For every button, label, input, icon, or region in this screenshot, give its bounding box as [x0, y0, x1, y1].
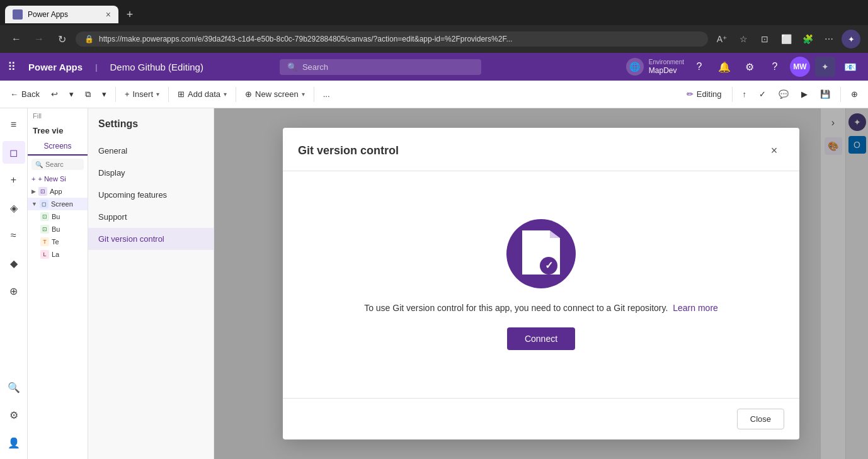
list-item[interactable]: ▼ ◻ Screen [28, 198, 88, 210]
collections-btn[interactable]: ⬜ [777, 30, 795, 48]
panel-power-automate-icon[interactable]: ⊕ [3, 280, 25, 302]
help-community-btn[interactable]: ? [689, 57, 709, 77]
browser-tab[interactable]: Power Apps × [5, 6, 118, 23]
read-mode-btn[interactable]: A⁺ [713, 30, 731, 48]
tree-search-box: 🔍 [31, 159, 84, 170]
modal-body-text: To use Git version control for this app,… [364, 301, 718, 315]
split-view-btn[interactable]: ⊡ [756, 30, 774, 48]
panel-user-icon[interactable]: 👤 [3, 431, 25, 454]
outlook-icon[interactable]: 📧 [840, 57, 860, 77]
toolbar-sep-2 [168, 87, 169, 102]
more-options-button[interactable]: ... [318, 86, 335, 102]
browser-actions: A⁺ ☆ ⊡ ⬜ 🧩 ⋯ ✦ [713, 30, 860, 48]
copilot-browser-btn[interactable]: ✦ [842, 30, 860, 48]
modal-body: ✓ To use Git version control for this ap… [283, 171, 799, 398]
panel-variables-icon[interactable]: ≈ [3, 224, 25, 247]
back-nav-btn[interactable]: ← [8, 30, 25, 48]
new-screen-label: New screen [255, 89, 299, 99]
undo-button[interactable]: ↩ [46, 86, 63, 102]
save-button[interactable]: 💾 [815, 86, 835, 102]
extensions-btn[interactable]: 🧩 [799, 30, 816, 48]
svg-marker-1 [550, 230, 560, 238]
environment-icon: 🌐 [626, 58, 644, 76]
add-data-icon: ⊞ [178, 89, 185, 99]
chevron-down-icon: ▾ [156, 91, 159, 98]
environment-info: Environment MapDev [649, 59, 684, 75]
tree-search-input[interactable] [45, 161, 80, 168]
search-input[interactable] [302, 62, 474, 72]
help-btn[interactable]: ? [765, 57, 785, 77]
list-item[interactable]: ⊡ Bu [28, 210, 88, 223]
check-button[interactable]: ✓ [754, 86, 771, 102]
back-button[interactable]: ← Back [5, 86, 45, 102]
git-document-icon: ✓ [522, 230, 560, 275]
address-bar[interactable]: 🔒 https://make.powerapps.com/e/39da2f43-… [76, 31, 708, 47]
new-screen-plus-icon: + [31, 175, 35, 183]
connect-button[interactable]: Connect [507, 327, 575, 350]
settings-menu-item-display[interactable]: Display [88, 162, 214, 184]
back-label: Back [21, 89, 40, 99]
add-data-button[interactable]: ⊞ Add data ▾ [173, 86, 232, 102]
tree-view-tabs: Screens [28, 138, 88, 156]
toolbar-sep-1 [115, 87, 116, 102]
close-modal-button[interactable]: Close [737, 409, 784, 429]
new-screen-chevron-icon: ▾ [302, 91, 305, 98]
copy-dropdown-btn[interactable]: ▾ [97, 86, 111, 102]
header-search-box[interactable]: 🔍 [280, 59, 481, 75]
modal-title: Git version control [298, 144, 399, 157]
editing-label: Editing [697, 89, 722, 99]
modal-dialog: Git version control × ✓ [283, 128, 799, 439]
panel-layers-icon[interactable]: ◻ [3, 141, 25, 164]
panel-media-icon[interactable]: ◆ [3, 252, 25, 275]
undo-history-btn[interactable]: ▾ [64, 86, 79, 102]
learn-more-link[interactable]: Learn more [673, 303, 718, 313]
editing-section: ✏ Editing [682, 86, 727, 102]
panel-add-icon[interactable]: + [3, 169, 25, 191]
favorites-btn[interactable]: ☆ [734, 30, 752, 48]
modal-header: Git version control × [283, 128, 799, 171]
plus-icon: + [125, 89, 130, 99]
toolbar-sep-4 [314, 87, 314, 102]
list-item[interactable]: ⊡ Bu [28, 223, 88, 235]
button1-icon: ⊡ [40, 212, 49, 221]
settings-menu-item-support[interactable]: Support [88, 206, 214, 228]
waffle-menu-icon[interactable]: ⠿ [8, 60, 16, 74]
list-item[interactable]: T Te [28, 235, 88, 248]
new-screen-button[interactable]: ⊕ New screen ▾ [240, 86, 310, 102]
environment-badge[interactable]: 🌐 Environment MapDev [626, 58, 684, 76]
notifications-btn[interactable]: 🔔 [714, 57, 734, 77]
comment-button[interactable]: 💬 [774, 86, 794, 102]
tab-close-icon[interactable]: × [106, 9, 111, 20]
panel-search-icon[interactable]: 🔍 [3, 376, 25, 399]
avatar[interactable]: MW [790, 57, 810, 77]
screens-tab[interactable]: Screens [28, 138, 88, 156]
play-button[interactable]: ▶ [796, 86, 813, 102]
settings-menu-item-general[interactable]: General [88, 140, 214, 162]
settings-btn[interactable]: ⚙ [740, 57, 760, 77]
environment-name: MapDev [649, 66, 684, 75]
list-item[interactable]: ▶ ⊡ App [28, 185, 88, 198]
new-screen-item[interactable]: + + New Si [28, 173, 88, 185]
copy-btn[interactable]: ⧉ [80, 86, 96, 103]
share-button[interactable]: ↑ [738, 86, 752, 102]
settings-menu-item-git[interactable]: Git version control [88, 228, 214, 250]
modal-overlay: Git version control × ✓ [214, 108, 868, 459]
settings-menu-item-upcoming[interactable]: Upcoming features [88, 184, 214, 206]
forward-nav-btn[interactable]: → [30, 30, 48, 48]
panel-settings-icon[interactable]: ⚙ [3, 404, 25, 426]
panel-hamburger-icon[interactable]: ≡ [3, 113, 25, 136]
copilot-header-icon[interactable]: ✦ [815, 57, 835, 77]
refresh-nav-btn[interactable]: ↻ [53, 30, 71, 48]
tree-search-icon: 🔍 [35, 161, 43, 168]
modal-close-button[interactable]: × [764, 140, 784, 161]
label-icon: L [40, 250, 49, 259]
search-icon: 🔍 [287, 62, 297, 72]
tree-view-header: Tree vie [28, 121, 88, 138]
list-item[interactable]: L La [28, 248, 88, 261]
header-right-section: 🌐 Environment MapDev ? 🔔 ⚙ ? MW ✦ 📧 [626, 57, 860, 77]
new-tab-button[interactable]: + [121, 6, 139, 23]
insert-button[interactable]: + Insert ▾ [120, 86, 164, 102]
panel-data-icon[interactable]: ◈ [3, 196, 25, 219]
git-version-btn[interactable]: ⊕ [846, 86, 863, 102]
more-btn[interactable]: ⋯ [820, 30, 838, 48]
